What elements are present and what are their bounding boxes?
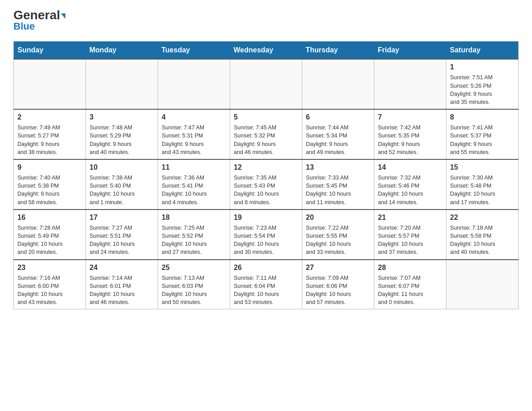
calendar-cell: 23Sunrise: 7:16 AM Sunset: 6:00 PM Dayli…: [14, 260, 86, 309]
day-number: 18: [162, 213, 226, 223]
calendar-cell: 6Sunrise: 7:44 AM Sunset: 5:34 PM Daylig…: [302, 109, 374, 159]
day-header-saturday: Saturday: [446, 42, 519, 60]
day-info: Sunrise: 7:14 AM Sunset: 6:01 PM Dayligh…: [90, 274, 154, 307]
calendar-cell: 8Sunrise: 7:41 AM Sunset: 5:37 PM Daylig…: [446, 109, 519, 159]
day-info: Sunrise: 7:51 AM Sunset: 5:26 PM Dayligh…: [450, 73, 515, 106]
calendar-body: 1Sunrise: 7:51 AM Sunset: 5:26 PM Daylig…: [14, 59, 519, 309]
day-info: Sunrise: 7:07 AM Sunset: 6:07 PM Dayligh…: [378, 274, 442, 307]
calendar-cell: 2Sunrise: 7:49 AM Sunset: 5:27 PM Daylig…: [14, 109, 86, 159]
calendar-cell: 21Sunrise: 7:20 AM Sunset: 5:57 PM Dayli…: [374, 210, 446, 260]
day-info: Sunrise: 7:28 AM Sunset: 5:49 PM Dayligh…: [17, 224, 82, 257]
calendar-cell: 27Sunrise: 7:09 AM Sunset: 6:06 PM Dayli…: [302, 260, 374, 309]
day-number: 26: [234, 263, 298, 273]
week-row-4: 16Sunrise: 7:28 AM Sunset: 5:49 PM Dayli…: [14, 210, 519, 260]
day-number: 5: [234, 112, 298, 122]
day-header-row: SundayMondayTuesdayWednesdayThursdayFrid…: [14, 42, 519, 60]
day-number: 24: [90, 263, 154, 273]
day-number: 19: [234, 213, 298, 223]
day-number: 21: [378, 213, 442, 223]
calendar-cell: 26Sunrise: 7:11 AM Sunset: 6:04 PM Dayli…: [230, 260, 302, 309]
week-row-5: 23Sunrise: 7:16 AM Sunset: 6:00 PM Dayli…: [14, 260, 519, 309]
calendar-cell: 9Sunrise: 7:40 AM Sunset: 5:38 PM Daylig…: [14, 159, 86, 210]
logo-general: General: [13, 9, 65, 21]
day-info: Sunrise: 7:20 AM Sunset: 5:57 PM Dayligh…: [378, 224, 442, 257]
calendar-cell: [158, 59, 230, 109]
calendar-cell: 19Sunrise: 7:23 AM Sunset: 5:54 PM Dayli…: [230, 210, 302, 260]
calendar-cell: 12Sunrise: 7:35 AM Sunset: 5:43 PM Dayli…: [230, 159, 302, 210]
day-number: 16: [17, 213, 82, 223]
day-header-wednesday: Wednesday: [230, 42, 302, 60]
day-info: Sunrise: 7:47 AM Sunset: 5:31 PM Dayligh…: [162, 124, 226, 156]
calendar-cell: 15Sunrise: 7:30 AM Sunset: 5:48 PM Dayli…: [446, 159, 519, 210]
calendar-cell: [302, 59, 374, 109]
day-number: 6: [306, 112, 370, 122]
day-header-tuesday: Tuesday: [158, 42, 230, 60]
calendar-cell: 28Sunrise: 7:07 AM Sunset: 6:07 PM Dayli…: [374, 260, 446, 309]
day-number: 4: [162, 112, 226, 122]
day-number: 12: [234, 163, 298, 172]
day-info: Sunrise: 7:33 AM Sunset: 5:45 PM Dayligh…: [306, 174, 370, 206]
calendar-cell: [446, 260, 519, 309]
day-number: 15: [450, 163, 515, 172]
day-number: 25: [162, 263, 226, 273]
calendar-cell: [374, 59, 446, 109]
day-info: Sunrise: 7:44 AM Sunset: 5:34 PM Dayligh…: [306, 124, 370, 156]
calendar-cell: 1Sunrise: 7:51 AM Sunset: 5:26 PM Daylig…: [446, 59, 519, 109]
day-info: Sunrise: 7:35 AM Sunset: 5:43 PM Dayligh…: [234, 174, 298, 206]
day-info: Sunrise: 7:13 AM Sunset: 6:03 PM Dayligh…: [162, 274, 226, 307]
day-number: 20: [306, 213, 370, 223]
day-info: Sunrise: 7:18 AM Sunset: 5:58 PM Dayligh…: [450, 224, 515, 257]
day-number: 22: [450, 213, 515, 223]
day-header-monday: Monday: [86, 42, 158, 60]
day-info: Sunrise: 7:22 AM Sunset: 5:55 PM Dayligh…: [306, 224, 370, 257]
logo-arrow-icon: [61, 13, 65, 19]
day-info: Sunrise: 7:42 AM Sunset: 5:35 PM Dayligh…: [378, 124, 442, 156]
day-number: 3: [90, 112, 154, 122]
calendar-cell: 20Sunrise: 7:22 AM Sunset: 5:55 PM Dayli…: [302, 210, 374, 260]
day-number: 1: [450, 62, 515, 72]
week-row-2: 2Sunrise: 7:49 AM Sunset: 5:27 PM Daylig…: [14, 109, 519, 159]
week-row-1: 1Sunrise: 7:51 AM Sunset: 5:26 PM Daylig…: [14, 59, 519, 109]
calendar-cell: 13Sunrise: 7:33 AM Sunset: 5:45 PM Dayli…: [302, 159, 374, 210]
week-row-3: 9Sunrise: 7:40 AM Sunset: 5:38 PM Daylig…: [14, 159, 519, 210]
calendar-cell: 5Sunrise: 7:45 AM Sunset: 5:32 PM Daylig…: [230, 109, 302, 159]
day-number: 9: [17, 163, 82, 172]
day-number: 11: [162, 163, 226, 172]
day-info: Sunrise: 7:09 AM Sunset: 6:06 PM Dayligh…: [306, 274, 370, 307]
day-info: Sunrise: 7:48 AM Sunset: 5:29 PM Dayligh…: [90, 124, 154, 156]
calendar-cell: 14Sunrise: 7:32 AM Sunset: 5:46 PM Dayli…: [374, 159, 446, 210]
day-info: Sunrise: 7:40 AM Sunset: 5:38 PM Dayligh…: [17, 174, 82, 206]
day-info: Sunrise: 7:41 AM Sunset: 5:37 PM Dayligh…: [450, 124, 515, 156]
day-number: 23: [17, 263, 82, 273]
calendar-cell: 25Sunrise: 7:13 AM Sunset: 6:03 PM Dayli…: [158, 260, 230, 309]
calendar-header: SundayMondayTuesdayWednesdayThursdayFrid…: [14, 42, 519, 60]
calendar-cell: [230, 59, 302, 109]
day-number: 13: [306, 163, 370, 172]
day-number: 8: [450, 112, 515, 122]
day-info: Sunrise: 7:45 AM Sunset: 5:32 PM Dayligh…: [234, 124, 298, 156]
day-info: Sunrise: 7:11 AM Sunset: 6:04 PM Dayligh…: [234, 274, 298, 307]
logo-blue: Blue: [13, 21, 35, 32]
day-number: 14: [378, 163, 442, 172]
calendar-cell: 10Sunrise: 7:38 AM Sunset: 5:40 PM Dayli…: [86, 159, 158, 210]
calendar-table: SundayMondayTuesdayWednesdayThursdayFrid…: [13, 41, 519, 309]
day-info: Sunrise: 7:23 AM Sunset: 5:54 PM Dayligh…: [234, 224, 298, 257]
day-number: 10: [90, 163, 154, 172]
day-info: Sunrise: 7:32 AM Sunset: 5:46 PM Dayligh…: [378, 174, 442, 206]
calendar-cell: 4Sunrise: 7:47 AM Sunset: 5:31 PM Daylig…: [158, 109, 230, 159]
day-info: Sunrise: 7:49 AM Sunset: 5:27 PM Dayligh…: [17, 124, 82, 156]
day-info: Sunrise: 7:16 AM Sunset: 6:00 PM Dayligh…: [17, 274, 82, 307]
day-number: 28: [378, 263, 442, 273]
logo: General Blue: [13, 9, 65, 32]
day-info: Sunrise: 7:30 AM Sunset: 5:48 PM Dayligh…: [450, 174, 515, 206]
day-header-sunday: Sunday: [14, 42, 86, 60]
day-info: Sunrise: 7:36 AM Sunset: 5:41 PM Dayligh…: [162, 174, 226, 206]
calendar-cell: [14, 59, 86, 109]
day-number: 17: [90, 213, 154, 223]
calendar-cell: 3Sunrise: 7:48 AM Sunset: 5:29 PM Daylig…: [86, 109, 158, 159]
day-info: Sunrise: 7:38 AM Sunset: 5:40 PM Dayligh…: [90, 174, 154, 206]
day-number: 27: [306, 263, 370, 273]
day-header-friday: Friday: [374, 42, 446, 60]
calendar-cell: 24Sunrise: 7:14 AM Sunset: 6:01 PM Dayli…: [86, 260, 158, 309]
day-info: Sunrise: 7:25 AM Sunset: 5:52 PM Dayligh…: [162, 224, 226, 257]
